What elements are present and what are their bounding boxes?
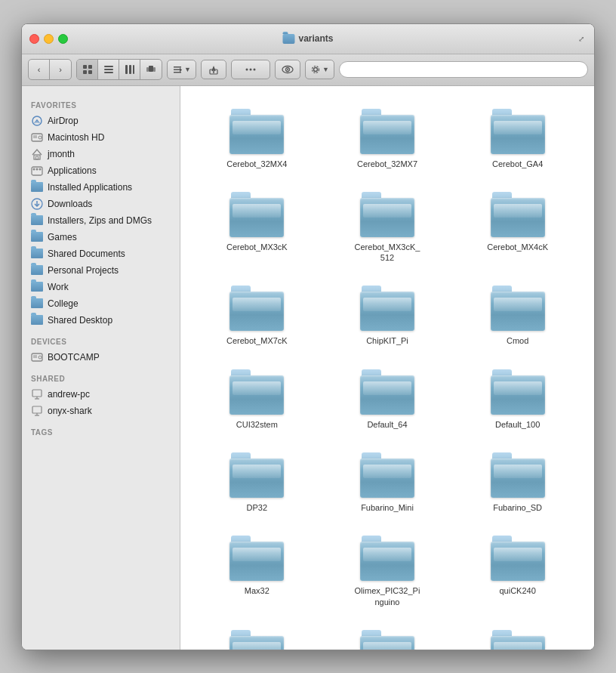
folder-icon — [491, 452, 545, 498]
file-item-cerebot-mx3ck-512[interactable]: Cerebot_MX3cK_512 — [326, 184, 449, 271]
file-name: Fubarino_Mini — [361, 502, 414, 513]
sidebar-item-airdrop[interactable]: AirDrop — [22, 113, 180, 129]
preview-button[interactable] — [275, 60, 300, 79]
svg-rect-45 — [32, 390, 42, 397]
work-label: Work — [48, 282, 69, 292]
share-icon — [208, 64, 219, 75]
share-button[interactable] — [201, 60, 226, 79]
file-item-cerebot-ga4[interactable]: Cerebot_GA4 — [456, 101, 579, 177]
action-button[interactable] — [231, 60, 270, 79]
file-name: Olimex_PIC32_Pinguino — [353, 585, 421, 607]
folder-icon — [229, 369, 284, 415]
svg-rect-11 — [146, 67, 149, 72]
shared-desktop-label: Shared Desktop — [48, 315, 112, 326]
sidebar-item-college[interactable]: College — [22, 295, 180, 312]
maximize-button[interactable] — [58, 34, 68, 44]
gear-button[interactable]: ▼ — [305, 60, 334, 79]
svg-rect-12 — [153, 67, 156, 72]
sidebar-item-installed-applications[interactable]: Installed Applications — [22, 179, 180, 196]
airdrop-icon — [31, 115, 43, 127]
toolbar: ‹ › — [22, 54, 594, 86]
svg-rect-33 — [34, 155, 40, 159]
sidebar-item-downloads[interactable]: Downloads — [22, 196, 180, 212]
close-button[interactable] — [29, 34, 39, 44]
sidebar-item-shared-documents[interactable]: Shared Documents — [22, 245, 180, 262]
tags-section: TAGS — [22, 425, 180, 440]
sidebar-item-installers[interactable]: Installers, Zips and DMGs — [22, 212, 180, 229]
svg-point-20 — [249, 69, 251, 71]
action-icon — [245, 66, 256, 73]
file-name: Max32 — [245, 585, 270, 596]
sidebar-item-jmonth[interactable]: jmonth — [22, 146, 180, 162]
back-button[interactable]: ‹ — [29, 60, 50, 79]
folder-icon — [491, 286, 545, 331]
shared-documents-label: Shared Documents — [48, 249, 125, 259]
andrew-pc-label: andrew-pc — [48, 389, 90, 400]
applications-icon — [31, 165, 43, 177]
sidebar-item-shared-desktop[interactable]: Shared Desktop — [22, 312, 180, 329]
file-item-default-64[interactable]: Default_64 — [326, 362, 449, 437]
sidebar-item-games[interactable]: Games — [22, 229, 180, 245]
file-item-fubarino-mini[interactable]: Fubarino_Mini — [326, 445, 449, 520]
coverflow-view-icon — [146, 64, 156, 75]
sidebar-item-bootcamp[interactable]: BOOTCAMP — [22, 349, 180, 366]
sidebar-item-onyx-shark[interactable]: onyx-shark — [22, 403, 180, 419]
macintosh-hd-label: Macintosh HD — [48, 132, 104, 143]
arrange-icon — [172, 64, 183, 75]
sidebar-item-macintosh-hd[interactable]: Macintosh HD — [22, 129, 180, 146]
file-item-cerebot-mx7ck[interactable]: Cerebot_MX7cK — [196, 278, 319, 353]
file-grid: Cerebot_32MX4 Cerebot_32MX7 Cerebot_GA4 — [180, 86, 594, 650]
file-item-folder-more-1[interactable] — [196, 622, 319, 650]
file-name: Fubarino_SD — [493, 502, 542, 513]
file-item-quick240[interactable]: quiCK240 — [456, 528, 579, 615]
file-item-cerebot-32mx7[interactable]: Cerebot_32MX7 — [326, 101, 449, 177]
view-columns-button[interactable] — [119, 60, 140, 79]
preview-icon — [282, 64, 294, 75]
personal-projects-folder-icon — [31, 265, 43, 275]
file-item-cmod[interactable]: Cmod — [456, 278, 579, 353]
forward-button[interactable]: › — [50, 60, 71, 79]
svg-point-19 — [245, 69, 248, 71]
sidebar-item-personal-projects[interactable]: Personal Projects — [22, 262, 180, 279]
file-item-default-100[interactable]: Default_100 — [456, 362, 579, 437]
downloads-icon — [31, 198, 43, 210]
file-item-cerebot-mx3ck[interactable]: Cerebot_MX3cK — [196, 184, 319, 271]
search-input[interactable] — [339, 61, 588, 78]
installers-folder-icon — [31, 215, 43, 225]
file-item-cerebot-mx4ck[interactable]: Cerebot_MX4cK — [456, 184, 579, 271]
folder-icon — [360, 286, 414, 331]
svg-rect-3 — [88, 70, 92, 74]
sidebar-item-andrew-pc[interactable]: andrew-pc — [22, 386, 180, 403]
folder-icon — [360, 192, 414, 237]
folder-icon — [491, 369, 545, 415]
applications-label: Applications — [48, 165, 97, 176]
file-item-dp32[interactable]: DP32 — [196, 445, 319, 520]
installers-label: Installers, Zips and DMGs — [48, 215, 152, 226]
file-item-folder-more-3[interactable] — [456, 622, 579, 650]
college-folder-icon — [31, 298, 43, 308]
file-item-cui32stem[interactable]: CUI32stem — [196, 362, 319, 437]
folder-icon — [360, 109, 414, 154]
folder-icon — [360, 536, 414, 581]
svg-point-36 — [33, 168, 35, 170]
file-item-folder-more-2[interactable] — [326, 622, 449, 650]
svg-rect-48 — [32, 406, 42, 413]
file-name: Cmod — [507, 335, 528, 346]
file-name: Cerebot_32MX7 — [357, 159, 417, 169]
file-item-cerebot-32mx4[interactable]: Cerebot_32MX4 — [196, 101, 319, 177]
file-item-chipkit-pi[interactable]: ChipKIT_Pi — [326, 278, 449, 353]
resize-button[interactable]: ⤢ — [576, 33, 587, 44]
sidebar-item-work[interactable]: Work — [22, 279, 180, 295]
file-name: Cerebot_MX4cK — [487, 242, 548, 252]
svg-point-30 — [38, 136, 42, 139]
sidebar-item-applications[interactable]: Applications — [22, 162, 180, 179]
arrange-button[interactable]: ▼ — [167, 60, 196, 79]
file-item-olimex-pic32-pinguino[interactable]: Olimex_PIC32_Pinguino — [326, 528, 449, 615]
minimize-button[interactable] — [44, 34, 54, 44]
svg-point-42 — [38, 356, 42, 359]
view-list-button[interactable] — [98, 60, 119, 79]
file-item-fubarino-sd[interactable]: Fubarino_SD — [456, 445, 579, 520]
view-icon-button[interactable] — [77, 60, 98, 79]
view-coverflow-button[interactable] — [140, 60, 162, 79]
file-item-max32[interactable]: Max32 — [196, 528, 319, 615]
